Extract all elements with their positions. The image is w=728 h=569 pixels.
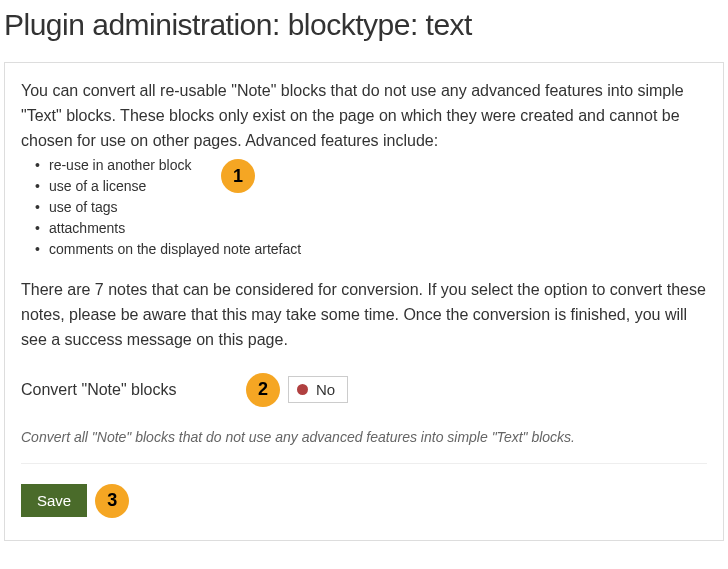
list-item: re-use in another block: [49, 155, 707, 176]
convert-label: Convert "Note" blocks: [21, 381, 186, 399]
list-item: comments on the displayed note artefact: [49, 239, 707, 260]
list-item: use of a license: [49, 176, 707, 197]
save-button[interactable]: Save: [21, 484, 87, 517]
features-wrapper: 1 re-use in another block use of a licen…: [21, 155, 707, 260]
convert-help-text: Convert all "Note" blocks that do not us…: [21, 429, 707, 445]
save-row: Save 3: [21, 484, 707, 518]
toggle-value: No: [316, 381, 335, 398]
convert-field-row: Convert "Note" blocks 2 No: [21, 373, 707, 407]
intro-text: You can convert all re-usable "Note" blo…: [21, 79, 707, 153]
features-list: re-use in another block use of a license…: [21, 155, 707, 260]
conversion-count-text: There are 7 notes that can be considered…: [21, 278, 707, 352]
config-panel: You can convert all re-usable "Note" blo…: [4, 62, 724, 541]
list-item: use of tags: [49, 197, 707, 218]
page-title: Plugin administration: blocktype: text: [4, 8, 724, 42]
convert-toggle[interactable]: No: [288, 376, 348, 403]
toggle-indicator-icon: [297, 384, 308, 395]
annotation-badge-3: 3: [95, 484, 129, 518]
list-item: attachments: [49, 218, 707, 239]
annotation-badge-2: 2: [246, 373, 280, 407]
divider: [21, 463, 707, 464]
